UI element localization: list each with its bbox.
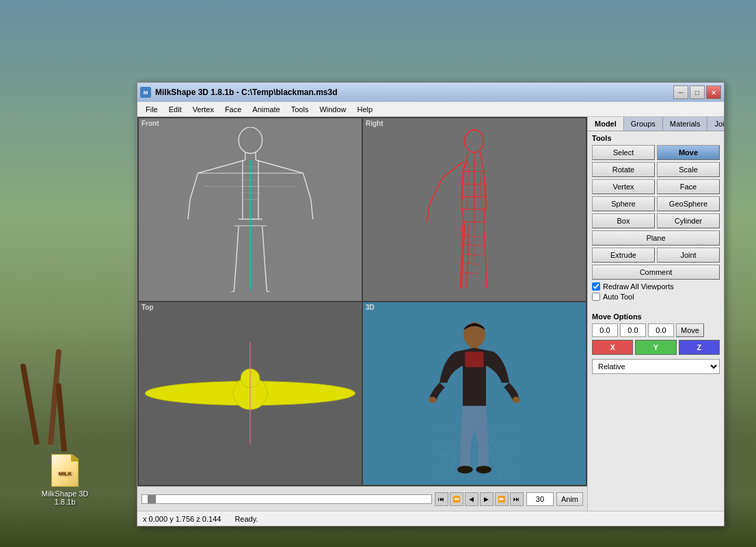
timeline-slider[interactable] bbox=[141, 494, 432, 504]
close-button[interactable]: ✕ bbox=[706, 85, 721, 99]
svg-line-20 bbox=[234, 265, 236, 291]
svg-rect-80 bbox=[461, 444, 471, 468]
axis-row: X Y Z bbox=[592, 340, 720, 355]
svg-line-6 bbox=[256, 160, 303, 173]
tool-face[interactable]: Face bbox=[657, 179, 720, 194]
milkshape-icon-image: MILK bbox=[51, 454, 79, 487]
svg-line-8 bbox=[303, 174, 311, 200]
axis-y-button[interactable]: Y bbox=[635, 340, 676, 355]
anim-next-frame[interactable]: ⏩ bbox=[495, 492, 509, 506]
tool-geosphere[interactable]: GeoSphere bbox=[657, 196, 720, 211]
dropdown-row: Relative Absolute bbox=[592, 359, 720, 374]
menu-help[interactable]: Help bbox=[352, 104, 379, 115]
tab-materials[interactable]: Materials bbox=[663, 117, 708, 131]
tool-scale[interactable]: Scale bbox=[657, 162, 720, 177]
autotool-checkbox[interactable] bbox=[592, 293, 600, 301]
menu-window[interactable]: Window bbox=[314, 104, 351, 115]
desktop-icon-milkshape[interactable]: MILK MilkShape 3D1.8.1b bbox=[41, 454, 89, 506]
viewport-top[interactable]: Top bbox=[139, 302, 362, 485]
tab-groups[interactable]: Groups bbox=[624, 117, 663, 131]
anim-prev-key[interactable]: ⏪ bbox=[450, 492, 463, 506]
redraw-checkbox[interactable] bbox=[592, 282, 600, 291]
coords-row: Move bbox=[592, 323, 720, 337]
tool-joint[interactable]: Joint bbox=[657, 248, 720, 263]
top-figure-svg bbox=[139, 311, 362, 475]
tabs-container: Model Groups Materials Joints bbox=[588, 117, 724, 131]
tab-model[interactable]: Model bbox=[588, 117, 624, 131]
tools-panel-section: Tools Select Move Rotate Scale Vertex Fa… bbox=[588, 131, 724, 306]
viewport-top-label: Top bbox=[141, 304, 154, 311]
tool-cylinder[interactable]: Cylinder bbox=[657, 213, 720, 228]
viewport-front-label: Front bbox=[141, 120, 159, 127]
viewport-area: Front bbox=[137, 117, 587, 511]
move-options-label: Move Options bbox=[592, 312, 720, 321]
menu-file[interactable]: File bbox=[140, 104, 163, 115]
titlebar: M MilkShape 3D 1.8.1b - C:\Temp\blackman… bbox=[137, 83, 724, 102]
menu-animate[interactable]: Animate bbox=[247, 104, 285, 115]
anim-play[interactable]: ▶ bbox=[480, 492, 494, 506]
3d-figure-svg bbox=[413, 321, 535, 476]
minimize-button[interactable]: ─ bbox=[673, 85, 688, 99]
y-coord-input[interactable] bbox=[620, 323, 646, 337]
move-apply-button[interactable]: Move bbox=[676, 323, 704, 337]
viewport-right-label: Right bbox=[366, 120, 383, 127]
relative-dropdown[interactable]: Relative Absolute bbox=[592, 359, 720, 374]
svg-line-39 bbox=[468, 162, 470, 184]
svg-line-21 bbox=[265, 265, 267, 291]
anim-to-start[interactable]: ⏮ bbox=[435, 492, 448, 506]
tool-sphere[interactable]: Sphere bbox=[592, 196, 655, 211]
frame-number-input[interactable] bbox=[526, 492, 554, 506]
x-coord-input[interactable] bbox=[592, 323, 618, 337]
status-bar: x 0.000 y 1.756 z 0.144 Ready. bbox=[137, 511, 724, 526]
svg-line-41 bbox=[479, 162, 481, 184]
timeline-bar: ⏮ ⏪ ◀ ▶ ⏩ ⏭ Anim bbox=[137, 486, 587, 511]
anim-prev-frame[interactable]: ◀ bbox=[465, 492, 478, 506]
menu-edit[interactable]: Edit bbox=[163, 104, 187, 115]
viewport-right[interactable]: Right bbox=[363, 118, 586, 301]
autotool-label: Auto Tool bbox=[603, 293, 634, 301]
menubar: File Edit Vertex Face Animate Tools Wind… bbox=[137, 102, 724, 117]
tool-move[interactable]: Move bbox=[657, 145, 720, 160]
tools-label: Tools bbox=[592, 134, 720, 142]
app-icon: M bbox=[140, 87, 151, 98]
svg-line-51 bbox=[467, 260, 468, 289]
redraw-label: Redraw All Viewports bbox=[603, 282, 674, 291]
tool-select[interactable]: Select bbox=[592, 145, 655, 160]
window-controls: ─ □ ✕ bbox=[673, 85, 721, 99]
tool-plane[interactable]: Plane bbox=[592, 230, 720, 245]
redraw-checkbox-row: Redraw All Viewports bbox=[592, 282, 720, 291]
svg-line-18 bbox=[236, 226, 239, 266]
svg-point-78 bbox=[513, 397, 520, 403]
viewport-3d[interactable]: 3D bbox=[363, 302, 586, 485]
axis-z-button[interactable]: Z bbox=[679, 340, 720, 355]
anim-button[interactable]: Anim bbox=[556, 492, 583, 506]
status-text: Ready. bbox=[234, 515, 258, 523]
menu-face[interactable]: Face bbox=[219, 104, 247, 115]
z-coord-input[interactable] bbox=[648, 323, 674, 337]
tool-vertex[interactable]: Vertex bbox=[592, 179, 655, 194]
front-figure-svg bbox=[161, 127, 340, 291]
svg-line-55 bbox=[461, 263, 481, 265]
tool-extrude[interactable]: Extrude bbox=[592, 248, 655, 263]
anim-controls: ⏮ ⏪ ◀ ▶ ⏩ ⏭ bbox=[435, 492, 524, 506]
tool-rotate[interactable]: Rotate bbox=[592, 162, 655, 177]
autotool-checkbox-row: Auto Tool bbox=[592, 293, 720, 301]
tab-joints[interactable]: Joints bbox=[707, 117, 724, 131]
viewport-front[interactable]: Front bbox=[139, 118, 362, 301]
window-title: MilkShape 3D 1.8.1b - C:\Temp\blackman.m… bbox=[155, 88, 673, 97]
right-figure-svg bbox=[374, 127, 574, 291]
svg-line-5 bbox=[198, 160, 245, 173]
tool-box[interactable]: Box bbox=[592, 213, 655, 228]
anim-to-end[interactable]: ⏭ bbox=[510, 492, 524, 506]
restore-button[interactable]: □ bbox=[690, 85, 705, 99]
svg-point-77 bbox=[429, 397, 436, 403]
svg-rect-79 bbox=[465, 351, 483, 367]
axis-x-button[interactable]: X bbox=[592, 340, 633, 355]
viewport-grid: Front bbox=[137, 117, 587, 486]
tool-comment[interactable]: Comment bbox=[592, 265, 720, 280]
menu-vertex[interactable]: Vertex bbox=[187, 104, 219, 115]
viewport-3d-label: 3D bbox=[366, 304, 375, 311]
timeline-thumb[interactable] bbox=[148, 495, 156, 503]
desktop-icon-label: MilkShape 3D1.8.1b bbox=[42, 490, 88, 506]
menu-tools[interactable]: Tools bbox=[286, 104, 314, 115]
